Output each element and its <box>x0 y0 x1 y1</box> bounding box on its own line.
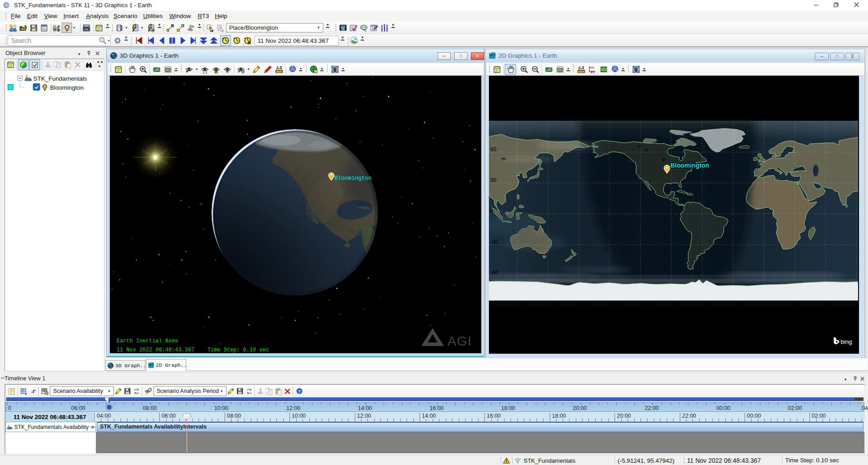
svg-text:-30: -30 <box>734 301 742 307</box>
svg-text:-30: -30 <box>490 239 498 245</box>
svg-text:-120: -120 <box>642 301 652 307</box>
svg-text:0: 0 <box>765 301 768 307</box>
svg-text:Bloomington: Bloomington <box>335 175 372 182</box>
svg-text:150: 150 <box>549 301 558 307</box>
svg-text:-60: -60 <box>703 301 711 307</box>
svg-text:120: 120 <box>518 301 527 307</box>
svg-text:30: 30 <box>796 301 802 307</box>
svg-text:0: 0 <box>490 208 493 214</box>
svg-text:180: 180 <box>580 301 589 307</box>
svg-text:60: 60 <box>827 301 833 307</box>
svg-text:HTML: HTML <box>84 28 89 31</box>
svg-text:-90: -90 <box>672 301 680 307</box>
svg-text:B: B <box>280 65 282 68</box>
svg-text:2:1: 2:1 <box>590 70 594 73</box>
svg-text:-150: -150 <box>610 301 621 307</box>
svg-text:B: B <box>582 65 584 68</box>
svg-text:DM: DM <box>341 28 345 30</box>
svg-text:90: 90 <box>855 301 859 307</box>
svg-text:A: A <box>276 65 278 68</box>
svg-text:AGI: AGI <box>448 334 472 348</box>
svg-text:30: 30 <box>490 177 497 183</box>
svg-text:?: ? <box>298 389 301 394</box>
svg-text:A: A <box>579 65 580 68</box>
svg-text:60: 60 <box>490 146 497 153</box>
svg-text:-60: -60 <box>490 269 498 276</box>
svg-text:bing: bing <box>841 338 852 345</box>
svg-text:Σ: Σ <box>189 25 192 30</box>
svg-text:11 Nov 2022 06:48:43.367 Ti: 11 Nov 2022 06:48:43.367 Time Step: 0.10… <box>117 347 269 353</box>
svg-text:Earth Inertial Axes: Earth Inertial Axes <box>117 338 178 344</box>
svg-text:Bloomington: Bloomington <box>670 162 709 169</box>
